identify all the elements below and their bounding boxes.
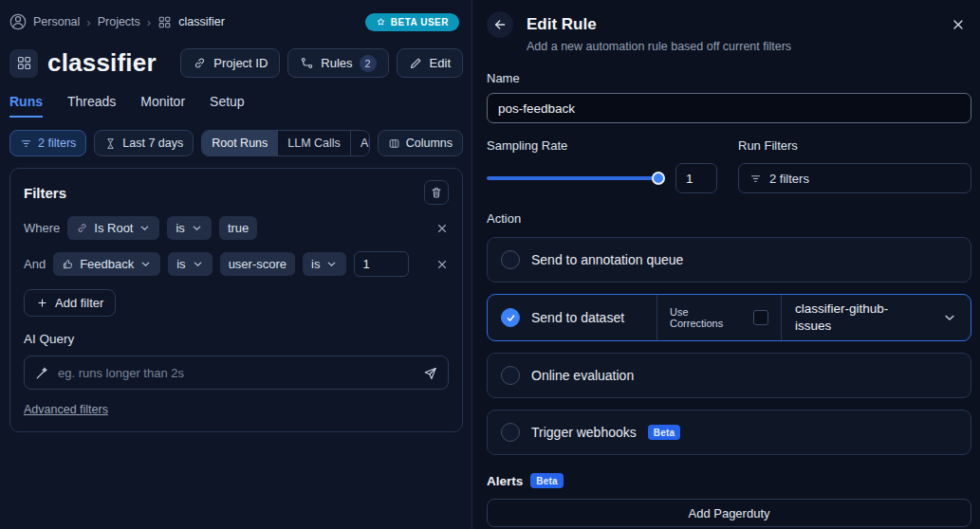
- chevron-down-icon: [192, 258, 204, 270]
- plus-icon: [36, 297, 48, 309]
- filters-title: Filters: [24, 185, 66, 201]
- edit-button[interactable]: Edit: [397, 48, 463, 78]
- remove-filter-icon[interactable]: [435, 258, 449, 271]
- rules-count-badge: 2: [360, 55, 377, 72]
- filter-bar: 2 filters Last 7 days Root Runs LLM Call…: [9, 130, 463, 156]
- dataset-select-value: classifier-github-issues: [795, 301, 916, 335]
- option-online-evaluation-label: Online evaluation: [531, 368, 634, 383]
- sampling-filters-row: Sampling Rate Run Filters 2 filters: [487, 138, 971, 193]
- send-icon[interactable]: [423, 366, 437, 380]
- thumbs-up-icon: [62, 258, 74, 270]
- alerts-label: Alerts: [487, 474, 523, 488]
- radio-trigger-webhooks[interactable]: [501, 423, 520, 442]
- name-label: Name: [487, 71, 971, 85]
- filter-field-select[interactable]: Is Root: [67, 216, 159, 240]
- use-corrections-checkbox[interactable]: [753, 310, 768, 325]
- rule-name-input[interactable]: [487, 93, 971, 123]
- option-annotation-queue[interactable]: Send to annotation queue: [487, 237, 971, 283]
- link-icon: [76, 222, 88, 234]
- rules-button[interactable]: Rules 2: [287, 48, 388, 78]
- radio-annotation-queue[interactable]: [501, 250, 520, 269]
- columns-icon: [388, 137, 400, 150]
- filter-operator-select[interactable]: is: [167, 216, 211, 240]
- segment-llm-calls[interactable]: LLM Calls: [278, 131, 351, 155]
- tab-threads[interactable]: Threads: [67, 94, 116, 118]
- rules-label: Rules: [321, 56, 352, 70]
- segment-all-runs[interactable]: All Runs: [351, 131, 369, 155]
- remove-filter-icon[interactable]: [435, 222, 449, 235]
- dataset-option-label-zone[interactable]: Send to dataset: [488, 295, 656, 340]
- option-send-to-dataset-label: Send to dataset: [531, 310, 624, 325]
- run-filters-count-label: 2 filters: [769, 172, 809, 186]
- alerts-beta-badge: Beta: [530, 473, 563, 488]
- add-filter-button[interactable]: Add filter: [24, 289, 116, 317]
- tab-setup[interactable]: Setup: [210, 94, 245, 118]
- breadcrumb-separator-icon: ›: [86, 15, 90, 29]
- filter-operator-label: is: [176, 221, 184, 235]
- trash-icon[interactable]: [424, 180, 449, 205]
- filter-field-label: Is Root: [94, 221, 133, 235]
- filters-count-label: 2 filters: [38, 137, 76, 150]
- edit-rule-title: Edit Rule: [527, 15, 597, 34]
- option-send-to-dataset[interactable]: Send to dataset Use Corrections classifi…: [487, 294, 971, 341]
- feedback-operator2-select[interactable]: is: [303, 252, 346, 276]
- feedback-operator2-label: is: [311, 257, 320, 271]
- run-type-segmented-control: Root Runs LLM Calls All Runs: [201, 130, 369, 156]
- sampling-rate-label: Sampling Rate: [487, 138, 717, 153]
- back-arrow-icon[interactable]: [487, 11, 513, 38]
- close-icon[interactable]: [945, 11, 971, 38]
- edit-rule-subtitle: Add a new automation rule based off curr…: [527, 40, 971, 53]
- wand-icon: [35, 366, 49, 380]
- project-pane: Personal › Projects › classifier BETA US…: [0, 0, 472, 529]
- tab-runs[interactable]: Runs: [9, 94, 43, 118]
- feedback-field-select[interactable]: Feedback: [53, 252, 160, 276]
- edit-icon: [409, 56, 423, 70]
- columns-label: Columns: [406, 137, 453, 150]
- time-range-button[interactable]: Last 7 days: [94, 130, 194, 156]
- filter-prefix-where: Where: [24, 221, 60, 235]
- slider-handle[interactable]: [652, 172, 665, 185]
- columns-button[interactable]: Columns: [378, 130, 463, 156]
- page-title: classifier: [47, 48, 157, 78]
- advanced-filters-link[interactable]: Advanced filters: [24, 403, 108, 416]
- sampling-rate-controls: [487, 163, 717, 193]
- app: Personal › Projects › classifier BETA US…: [0, 0, 980, 529]
- radio-send-to-dataset[interactable]: [501, 308, 520, 327]
- sampling-rate-slider[interactable]: [487, 176, 663, 180]
- option-online-evaluation[interactable]: Online evaluation: [487, 353, 971, 398]
- filters-count-button[interactable]: 2 filters: [9, 130, 86, 156]
- project-icon: [9, 49, 38, 78]
- breadcrumb-project[interactable]: classifier: [178, 15, 225, 28]
- project-id-button[interactable]: Project ID: [180, 48, 280, 78]
- radio-online-evaluation[interactable]: [501, 366, 520, 385]
- option-trigger-webhooks[interactable]: Trigger webhooks Beta: [487, 410, 971, 455]
- ai-query-input[interactable]: [58, 366, 415, 380]
- segment-root-runs[interactable]: Root Runs: [202, 131, 278, 155]
- user-avatar-icon[interactable]: [9, 13, 27, 30]
- use-corrections-label: Use Corrections: [670, 306, 744, 329]
- run-filters-button[interactable]: 2 filters: [738, 163, 971, 193]
- tab-monitor[interactable]: Monitor: [140, 94, 185, 118]
- filter-value[interactable]: true: [219, 216, 257, 240]
- add-filter-label: Add filter: [55, 296, 103, 310]
- project-id-label: Project ID: [213, 56, 268, 70]
- breadcrumb: Personal › Projects › classifier BETA US…: [9, 9, 463, 34]
- header-actions: Project ID Rules 2 Edit: [180, 48, 463, 78]
- feedback-key[interactable]: user-score: [220, 252, 295, 276]
- breadcrumb-projects[interactable]: Projects: [98, 15, 140, 28]
- chevron-down-icon: [191, 222, 203, 234]
- ai-query-field: [24, 356, 449, 390]
- filters-panel-header: Filters: [24, 180, 449, 205]
- chevron-down-icon: [139, 222, 151, 234]
- ai-query-label: AI Query: [24, 332, 449, 346]
- hourglass-icon: [104, 137, 117, 150]
- filters-panel: Filters Where Is Root is: [9, 168, 463, 432]
- project-header: classifier Project ID Rules 2: [9, 48, 463, 78]
- dataset-select[interactable]: classifier-github-issues: [781, 295, 971, 340]
- breadcrumb-personal[interactable]: Personal: [33, 15, 80, 28]
- feedback-operator1-select[interactable]: is: [168, 252, 212, 276]
- add-pagerduty-button[interactable]: Add Pagerduty: [487, 499, 971, 527]
- filter-icon: [749, 173, 762, 185]
- feedback-value-input[interactable]: [354, 251, 409, 277]
- sampling-rate-value[interactable]: [675, 163, 717, 193]
